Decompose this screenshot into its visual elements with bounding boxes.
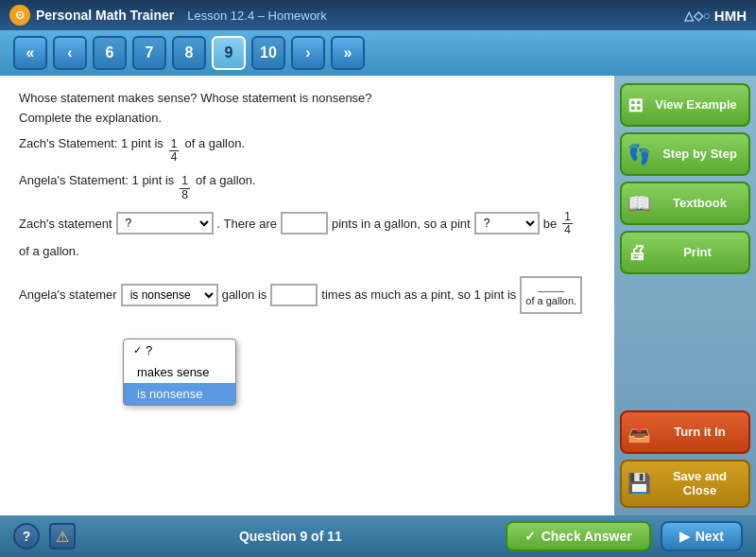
dropdown-option-makes-sense[interactable]: makes sense xyxy=(124,361,235,383)
angela-fill-middle2: times as much as a pint, so 1 pint is xyxy=(321,284,516,305)
zach-pints-input[interactable] xyxy=(281,212,328,235)
turn-in-icon: 📤 xyxy=(627,421,651,444)
textbook-icon: 📖 xyxy=(627,192,651,215)
turn-in-button[interactable]: 📤 Turn it In xyxy=(620,410,750,454)
view-example-label: View Example xyxy=(649,97,743,113)
zach-statement: Zach's Statement: 1 pint is 1 4 of a gal… xyxy=(19,136,595,164)
next-label: Next xyxy=(696,529,724,544)
alert-icon: ⚠ xyxy=(56,528,69,546)
dropdown-option-is-nonsense-label: is nonsense xyxy=(137,387,202,401)
step-by-step-icon: 👣 xyxy=(627,143,651,165)
angela-frac-num-input[interactable] xyxy=(538,280,564,292)
angela-dropdown[interactable]: ? makes sense is nonsense xyxy=(121,284,218,306)
check-icon: ✓ xyxy=(133,344,142,357)
zach-dropdown1[interactable]: ? makes sense is nonsense xyxy=(116,212,214,235)
question-text: Whose statement makes sense? Whose state… xyxy=(19,91,595,105)
zach-fill-prefix: Zach's statement xyxy=(19,213,112,235)
textbook-label: Textbook xyxy=(657,196,743,211)
help-button[interactable]: ? xyxy=(13,523,40,549)
angela-statement: Angela's Statement: 1 pint is 1 8 of a g… xyxy=(19,173,595,200)
angela-fill-section: Angela's statemer ? makes sense is nonse… xyxy=(19,276,595,315)
nav-next-next-button[interactable]: » xyxy=(331,36,365,70)
view-example-icon: ⊞ xyxy=(627,94,644,116)
hmh-label: HMH xyxy=(714,8,747,24)
angela-fill-prefix: Angela's statemer xyxy=(19,284,117,305)
dropdown-option-is-nonsense[interactable]: is nonsense xyxy=(124,383,235,405)
dropdown-option-question-label: ? xyxy=(146,343,152,357)
nav-next-button[interactable]: › xyxy=(291,36,325,70)
main-area: Whose statement makes sense? Whose state… xyxy=(0,76,756,515)
zach-fill-middle3: be xyxy=(543,213,557,235)
zach-fill-fraction: 1 4 xyxy=(562,211,573,236)
navbar: « ‹ 6 7 8 9 10 › » xyxy=(0,30,756,76)
zach-statement-suffix: of a gallon. xyxy=(184,136,245,150)
zach-fraction: 1 4 xyxy=(169,138,180,164)
check-answer-label: Check Answer xyxy=(541,529,632,544)
lesson-label: Lesson 12.4 – Homework xyxy=(187,9,326,23)
textbook-button[interactable]: 📖 Textbook xyxy=(620,182,750,225)
app-title: Personal Math Trainer xyxy=(36,8,174,23)
angela-fraction: 1 8 xyxy=(180,175,190,200)
view-example-button[interactable]: ⊞ View Example xyxy=(620,83,750,127)
turn-in-label: Turn it In xyxy=(657,425,743,440)
print-button[interactable]: 🖨 Print xyxy=(620,231,750,274)
angela-frac-den: of a gallon. xyxy=(525,292,576,311)
nav-prev-prev-button[interactable]: « xyxy=(13,36,47,70)
content-area: Whose statement makes sense? Whose state… xyxy=(0,76,614,515)
dropdown-option-question[interactable]: ✓ ? xyxy=(124,339,235,361)
angela-statement-prefix: Angela's Statement: 1 pint is xyxy=(19,173,174,187)
step-by-step-button[interactable]: 👣 Step by Step xyxy=(620,132,750,176)
print-label: Print xyxy=(652,245,743,260)
next-button[interactable]: ▶ Next xyxy=(661,521,743,551)
zach-fill-section: Zach's statement ? makes sense is nonsen… xyxy=(19,211,595,263)
step-by-step-label: Step by Step xyxy=(657,147,743,162)
check-answer-button[interactable]: ✓ Check Answer xyxy=(506,521,651,551)
question-status: Question 9 of 11 xyxy=(85,529,496,544)
dropdown-popup: ✓ ? makes sense is nonsense xyxy=(123,339,236,406)
save-close-label: Save and Close xyxy=(657,469,743,498)
angela-fraction-input[interactable]: of a gallon. xyxy=(520,276,582,315)
zach-fill-middle2: pints in a gallon, so a pint xyxy=(332,213,471,235)
save-close-button[interactable]: 💾 Save and Close xyxy=(620,460,750,508)
sidebar: ⊞ View Example 👣 Step by Step 📖 Textbook… xyxy=(614,76,756,515)
hmh-shapes: △◇○ xyxy=(684,9,711,23)
header-logo: ⊙ Personal Math Trainer xyxy=(9,5,174,26)
nav-page-7[interactable]: 7 xyxy=(132,36,166,70)
angela-times-input[interactable] xyxy=(270,284,318,306)
angela-statement-suffix: of a gallon. xyxy=(196,173,256,187)
nav-prev-button[interactable]: ‹ xyxy=(53,36,87,70)
nav-page-10[interactable]: 10 xyxy=(251,36,285,70)
zach-dropdown2[interactable]: ? can cannot xyxy=(474,212,540,235)
next-icon: ▶ xyxy=(679,529,690,544)
zach-fill-suffix: of a gallon. xyxy=(19,240,79,262)
header: ⊙ Personal Math Trainer Lesson 12.4 – Ho… xyxy=(0,0,756,30)
instruction-text: Complete the explanation. xyxy=(19,111,595,125)
nav-page-6[interactable]: 6 xyxy=(93,36,127,70)
nav-page-9[interactable]: 9 xyxy=(212,36,246,70)
zach-statement-prefix: Zach's Statement: 1 pint is xyxy=(19,136,163,150)
logo-icon: ⊙ xyxy=(9,5,30,26)
dropdown-option-makes-sense-label: makes sense xyxy=(137,365,210,379)
zach-fill-middle: . There are xyxy=(217,213,277,235)
hmh-logo: △◇○ HMH xyxy=(684,8,747,24)
save-close-icon: 💾 xyxy=(627,472,651,495)
print-icon: 🖨 xyxy=(627,242,646,264)
alert-button[interactable]: ⚠ xyxy=(49,523,76,549)
help-icon: ? xyxy=(23,529,31,544)
nav-page-8[interactable]: 8 xyxy=(172,36,206,70)
angela-fill-middle: gallon is xyxy=(222,284,267,305)
footer: ? ⚠ Question 9 of 11 ✓ Check Answer ▶ Ne… xyxy=(0,515,756,557)
check-answer-icon: ✓ xyxy=(524,529,536,544)
